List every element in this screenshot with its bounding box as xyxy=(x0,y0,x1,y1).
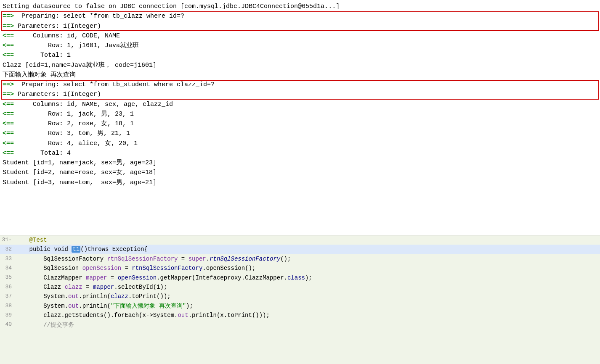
code-line-31: 31- @Test xyxy=(0,235,600,245)
console-line-total2: <== Total: 4 xyxy=(0,148,600,158)
code-line-40: 40 //提交事务 xyxy=(0,320,600,330)
method-highlight-t1: t1 xyxy=(72,246,80,253)
console-line-columns2: <== Columns: id, NAME, sex, age, clazz_i… xyxy=(0,100,600,109)
console-line-parameters2: ==> Parameters: 1(Integer) xyxy=(0,90,600,99)
console-line-row1: <== Row: 1, j1601, Java就业班 xyxy=(0,41,600,50)
line-number-39: 39 xyxy=(0,311,15,320)
code-text-32: public void t1()throws Exception{ xyxy=(15,245,600,254)
code-text-31: @Test xyxy=(15,235,600,245)
console-line-row23: <== Row: 3, tom, 男, 21, 1 xyxy=(0,129,600,138)
code-text-40: //提交事务 xyxy=(15,320,600,330)
code-text-33: SqlSessionFactory rtnSqlSessionFactory =… xyxy=(15,254,600,264)
line-number-32: 32 xyxy=(0,245,15,254)
param-box-1: 1(Integer) xyxy=(63,23,101,30)
console-line-student3: Student [id=3, name=tom, sex=男, age=21] xyxy=(0,178,600,187)
console-line-lazy: 下面输入懒对象 再次查询 xyxy=(0,70,600,80)
line-number-38: 38 xyxy=(0,302,15,311)
console-line-total1: <== Total: 1 xyxy=(0,50,600,60)
code-text-38: System.out.println("下面输入懒对象 再次查询"); xyxy=(15,301,600,311)
code-text-39: clazz.getStudents().forEach(x->System.ou… xyxy=(15,311,600,320)
sql-box-2: select *from tb_student where clazz_id=? xyxy=(63,81,215,88)
console-line-preparing1: ==> Preparing: select *from tb_clazz whe… xyxy=(0,11,600,21)
console-line-row21: <== Row: 1, jack, 男, 23, 1 xyxy=(0,109,600,119)
code-line-33: 33 SqlSessionFactory rtnSqlSessionFactor… xyxy=(0,254,600,264)
console-line-setting: Setting datasource to false on JDBC conn… xyxy=(0,2,600,11)
code-editor: 31- @Test 32 public void t1()throws Exce… xyxy=(0,235,600,364)
line-number-40: 40 xyxy=(0,320,15,329)
code-line-38: 38 System.out.println("下面输入懒对象 再次查询"); xyxy=(0,301,600,311)
sql-box-1: select *from tb_clazz where id=? xyxy=(63,13,184,20)
code-line-36: 36 Clazz clazz = mapper.selectById(1); xyxy=(0,282,600,292)
code-line-37: 37 System.out.println(clazz.toPrint()); xyxy=(0,292,600,301)
code-line-32: 32 public void t1()throws Exception{ xyxy=(0,245,600,254)
code-text-34: SqlSession openSession = rtnSqlSessionFa… xyxy=(15,264,600,273)
line-number-33: 33 xyxy=(0,255,15,264)
line-number-37: 37 xyxy=(0,292,15,301)
line-number-36: 36 xyxy=(0,283,15,292)
console-line-row22: <== Row: 2, rose, 女, 18, 1 xyxy=(0,119,600,129)
code-line-34: 34 SqlSession openSession = rtnSqlSessio… xyxy=(0,264,600,273)
code-text-35: ClazzMapper mapper = openSession.getMapp… xyxy=(15,273,600,282)
console-output: Setting datasource to false on JDBC conn… xyxy=(0,0,600,235)
line-number-31: 31- xyxy=(0,236,15,245)
code-line-35: 35 ClazzMapper mapper = openSession.getM… xyxy=(0,273,600,282)
console-line-preparing2: ==> Preparing: select *from tb_student w… xyxy=(0,80,600,90)
code-text-37: System.out.println(clazz.toPrint()); xyxy=(15,292,600,301)
console-line-clazz: Clazz [cid=1,name=Java就业班， code=j1601] xyxy=(0,61,600,70)
console-line-student1: Student [id=1, name=jack, sex=男, age=23] xyxy=(0,158,600,168)
code-line-39: 39 clazz.getStudents().forEach(x->System… xyxy=(0,311,600,320)
code-text-36: Clazz clazz = mapper.selectById(1); xyxy=(15,282,600,292)
line-number-35: 35 xyxy=(0,273,15,282)
console-line-columns1: <== Columns: id, CODE, NAME xyxy=(0,31,600,41)
console-line-parameters1: ==> Parameters: 1(Integer) xyxy=(0,21,600,31)
console-line-student2: Student [id=2, name=rose, sex=女, age=18] xyxy=(0,168,600,177)
param-box-2: 1(Integer) xyxy=(63,91,101,98)
line-number-34: 34 xyxy=(0,264,15,273)
console-line-row24: <== Row: 4, alice, 女, 20, 1 xyxy=(0,139,600,148)
